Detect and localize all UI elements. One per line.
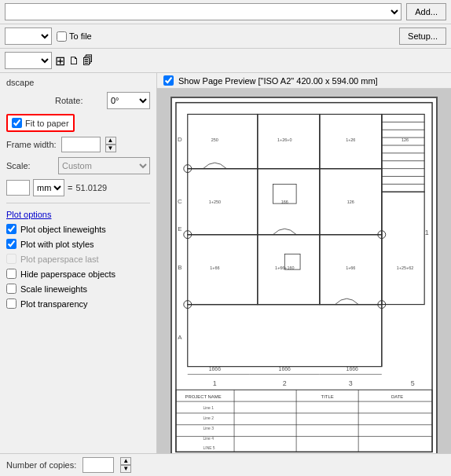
icons-select[interactable] [5,52,52,69]
svg-text:5: 5 [411,379,415,387]
checkbox-plot-paperspace-last: Plot paperspace last [6,254,150,264]
svg-text:TITLE: TITLE [321,394,334,399]
svg-text:1: 1 [425,229,429,236]
plot-lineweights-checkbox[interactable] [6,224,16,234]
svg-text:1666: 1666 [279,366,292,372]
setup-button[interactable]: Setup... [399,27,446,45]
checkbox-plot-transparency: Plot transparency [6,298,150,309]
svg-rect-21 [188,305,382,367]
paper-sheet: 1666 1666 1666 1 2 3 5 1 D C B A E [170,97,438,453]
rotate-label: Rotate: [55,96,102,105]
number-of-copies-input[interactable]: 1 [82,457,114,473]
svg-text:250: 250 [211,137,218,142]
frame-width-up[interactable]: ▲ [105,137,116,145]
svg-text:E: E [178,225,182,233]
frame-width-spinner: ▲ ▼ [105,137,116,152]
svg-text:D: D [178,136,182,143]
checkbox-hide-paperspace: Hide paperspace objects [6,269,150,279]
rotate-row: Rotate: 0° 90° 180° 270° [6,92,150,109]
scale-lineweights-checkbox[interactable] [6,284,16,294]
checkbox-scale-lineweights: Scale lineweights [6,284,150,294]
page-icon2: 🗐 [82,54,94,67]
svg-text:1: 1 [213,379,217,387]
frame-width-input[interactable]: 0 [61,137,101,152]
svg-text:Line 3: Line 3 [204,427,214,430]
preview-area: 1666 1666 1666 1 2 3 5 1 D C B A E [157,89,451,453]
plot-paperspace-last-checkbox[interactable] [6,254,16,264]
frame-width-label: Frame width: [6,140,57,149]
svg-text:1+26: 1+26 [346,137,355,142]
scale-unit-select[interactable]: mm in [33,179,64,196]
plot-transparency-checkbox[interactable] [6,298,16,309]
svg-text:2: 2 [283,379,287,387]
svg-text:1666: 1666 [209,366,222,372]
svg-rect-17 [188,235,258,305]
svg-text:Line 4: Line 4 [204,437,214,441]
bottom-bar: Number of copies: 1 ▲ ▼ [0,453,451,476]
svg-text:1+25+62: 1+25+62 [397,265,413,270]
checkbox-plot-styles: Plot with plot styles [6,239,150,249]
page-icon: 🗋 [68,54,79,67]
hide-paperspace-checkbox[interactable] [6,269,16,279]
scale-label: Scale: [6,161,53,170]
svg-text:Line 1: Line 1 [204,406,214,410]
svg-text:1+66+160: 1+66+160 [275,265,294,270]
svg-text:DATE: DATE [391,394,403,399]
svg-text:3: 3 [349,379,353,387]
top-bar: Add... [0,0,451,24]
fit-to-paper-row: Fit to paper [6,114,75,132]
show-preview-checkbox[interactable] [163,75,174,86]
svg-text:126: 126 [402,137,409,142]
svg-text:LINE 5: LINE 5 [204,446,215,450]
landscape-text: dscape [6,78,34,87]
copies-down[interactable]: ▼ [120,465,131,473]
right-panel: Show Page Preview ["ISO A2" 420.00 x 594… [157,73,451,453]
svg-text:1+66: 1+66 [210,265,219,270]
add-square-icon: ⊞ [55,53,65,68]
svg-rect-14 [188,169,258,235]
svg-rect-15 [258,169,320,235]
svg-text:1+250: 1+250 [209,200,221,204]
add-button[interactable]: Add... [406,3,446,20]
fit-to-paper-checkbox[interactable] [12,118,22,128]
checkbox-plot-lineweights: Plot object lineweights [6,224,150,234]
icons-bar: ⊞ 🗋 🗐 [0,49,451,73]
frame-width-row: Frame width: 0 ▲ ▼ [6,137,150,152]
main-content: dscape Rotate: 0° 90° 180° 270° Fit to p… [0,73,451,453]
svg-rect-20 [382,192,424,304]
scale-select[interactable]: Custom [58,157,150,174]
copies-up[interactable]: ▲ [120,457,131,465]
svg-text:C: C [178,198,182,205]
svg-text:B: B [178,264,182,271]
plot-styles-checkbox[interactable] [6,239,16,249]
frame-width-down[interactable]: ▼ [105,145,116,152]
number-of-copies-label: Number of copies: [6,460,76,470]
svg-text:Line 2: Line 2 [204,416,214,420]
second-select[interactable] [5,27,52,45]
rotate-select[interactable]: 0° 90° 180° 270° [107,92,150,109]
to-file-label[interactable]: To file [57,31,92,42]
copies-spinner: ▲ ▼ [120,457,131,473]
fit-to-paper-label: Fit to paper [25,119,69,128]
second-bar: To file Setup... [0,24,451,49]
floor-plan-svg: 1666 1666 1666 1 2 3 5 1 D C B A E [172,98,436,453]
left-panel: dscape Rotate: 0° 90° 180° 270° Fit to p… [0,73,157,453]
scale-num-input[interactable]: 1 [6,180,30,196]
svg-text:1+66: 1+66 [346,265,355,270]
landscape-row: dscape [6,78,150,87]
scale-row: Scale: Custom [6,157,150,174]
svg-text:PROJECT NAME: PROJECT NAME [185,394,221,399]
svg-rect-0 [176,103,432,452]
scale-equals-sign: = [68,183,72,192]
preview-header: Show Page Preview ["ISO A2" 420.00 x 594… [157,73,451,89]
plot-options-link[interactable]: Plot options [6,210,150,219]
top-select[interactable] [5,3,402,20]
svg-text:1+26+0: 1+26+0 [277,137,292,142]
svg-rect-1 [188,114,258,168]
svg-text:A: A [178,334,182,341]
svg-text:166: 166 [281,200,288,204]
preview-label: Show Page Preview ["ISO A2" 420.00 x 594… [178,76,378,86]
scale-result-value: 51.0129 [75,183,107,192]
scale-input-row: 1 mm in = 51.0129 [6,179,150,196]
to-file-checkbox[interactable] [57,31,67,42]
